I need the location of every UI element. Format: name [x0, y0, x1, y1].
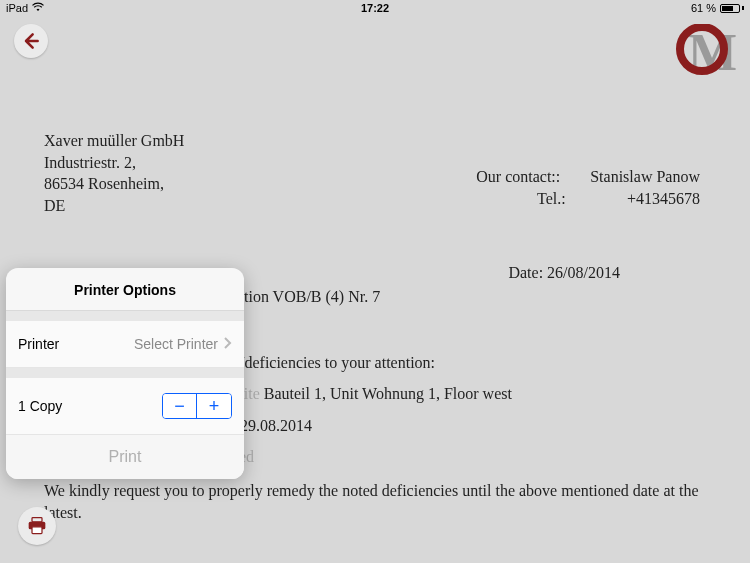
back-button[interactable]: [14, 24, 48, 58]
footer-line: We kindly request you to properly remedy…: [44, 480, 730, 523]
svg-rect-2: [32, 518, 42, 522]
battery-percent: 61 %: [691, 2, 716, 14]
copies-decrement[interactable]: −: [163, 394, 197, 418]
app-header: M: [0, 16, 750, 78]
battery-icon: [720, 4, 744, 13]
printer-label: Printer: [18, 336, 59, 352]
device-label: iPad: [6, 2, 28, 14]
status-bar: iPad 17:22 61 %: [0, 0, 750, 16]
copies-increment[interactable]: +: [197, 394, 231, 418]
contact-block: Our contact:: Stanislaw Panow Tel.: +413…: [476, 166, 700, 209]
contact-name: Stanislaw Panow: [590, 166, 700, 188]
subject-tail: tion VOB/B (4) Nr. 7: [244, 288, 380, 305]
printer-options-popover: Printer Options Printer Select Printer 1…: [6, 268, 244, 479]
body-tail-1: /deficiencies to your attention:: [240, 354, 435, 371]
contact-label: Our contact::: [476, 166, 560, 188]
tel-value: +41345678: [627, 188, 700, 210]
body-tail-2: Bauteil 1, Unit Wohnung 1, Floor west: [264, 385, 512, 402]
tel-label: Tel.:: [537, 188, 597, 210]
date-label: Date:: [508, 264, 543, 281]
print-button[interactable]: Print: [6, 435, 244, 479]
status-right: 61 %: [691, 2, 744, 14]
copies-stepper: − +: [162, 393, 232, 419]
svg-rect-4: [32, 527, 42, 534]
copies-label: 1 Copy: [18, 398, 62, 414]
chevron-right-icon: [224, 336, 232, 352]
copies-row: 1 Copy − +: [6, 368, 244, 435]
popover-title: Printer Options: [6, 268, 244, 311]
wifi-icon: [32, 2, 44, 14]
print-fab[interactable]: [18, 507, 56, 545]
printer-value: Select Printer: [134, 336, 218, 352]
printer-row[interactable]: Printer Select Printer: [6, 311, 244, 368]
date-value: 26/08/2014: [547, 264, 620, 281]
app-logo: M: [672, 24, 736, 78]
date-row: Date: 26/08/2014: [508, 262, 620, 284]
addr-name: Xaver muüller GmbH: [44, 130, 730, 152]
status-left: iPad: [6, 2, 44, 14]
body-tail-3: 29.08.2014: [240, 417, 312, 434]
clock: 17:22: [361, 2, 389, 14]
